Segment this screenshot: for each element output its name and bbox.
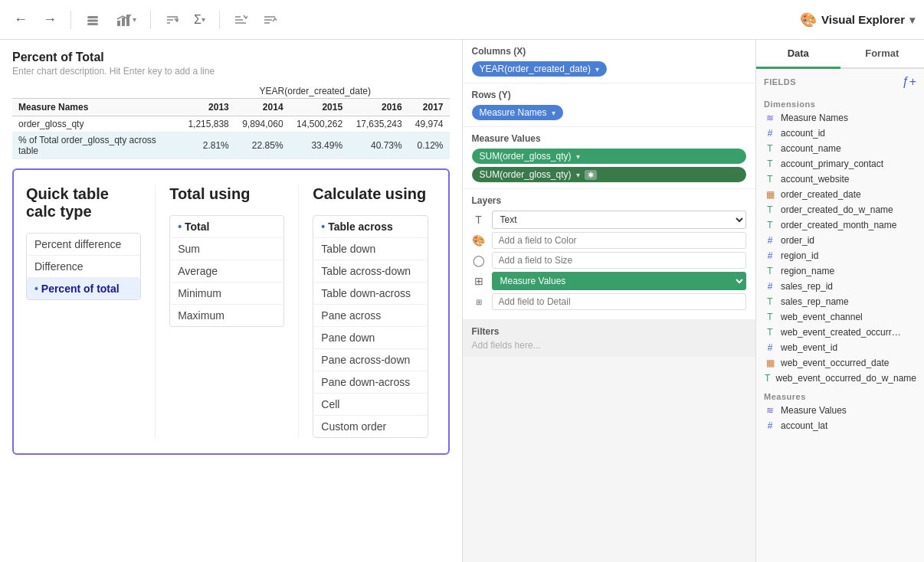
table-container: YEAR(order_created_date) Measure Names 2… — [0, 80, 462, 159]
chart-description[interactable]: Enter chart description. Hit Enter key t… — [12, 66, 450, 77]
field-region-name[interactable]: T region_name — [756, 263, 924, 279]
dropdown-arrow[interactable]: ▾ — [909, 14, 915, 26]
calc-using-table-down[interactable]: Table down — [313, 238, 427, 260]
web-event-created-icon: T — [764, 327, 776, 338]
col-2015: 2015 — [290, 99, 349, 116]
right-area: Columns (X) YEAR(order_created_date) ▾ R… — [463, 40, 925, 562]
field-account-lat[interactable]: # account_lat — [756, 418, 924, 433]
field-web-event-occurred-date[interactable]: ▦ web_event_occurred_date — [756, 355, 924, 371]
measure-values-label: Measure Values — [472, 133, 747, 144]
calc-using-table-across[interactable]: Table across — [313, 216, 427, 238]
measure-pill-2[interactable]: SUM(order_gloss_qty) ▾ ✱ — [472, 167, 747, 182]
field-account-primary-contact-label: account_primary_contact — [781, 158, 883, 169]
field-sales-rep-name-label: sales_rep_name — [781, 296, 849, 307]
rows-pill[interactable]: Measure Names ▾ — [472, 105, 563, 120]
field-order-created-month[interactable]: T order_created_month_name — [756, 217, 924, 233]
calc-using-table-across-down[interactable]: Table across-down — [313, 260, 427, 283]
row2-name: % of Total order_gloss_qty across table — [12, 132, 181, 159]
filters-placeholder[interactable]: Add fields here... — [472, 340, 747, 351]
calc-using-pane-across-down[interactable]: Pane across-down — [313, 349, 427, 371]
sort-desc-icon — [263, 13, 277, 27]
chart-type-button[interactable]: ▾ — [111, 10, 141, 30]
calc-using-cell[interactable]: Cell — [313, 394, 427, 416]
field-web-event-id-label: web_event_id — [781, 342, 837, 353]
field-order-created-dow-label: order_created_do_w_name — [781, 204, 893, 215]
sort-asc-button[interactable] — [229, 10, 252, 30]
columns-pill-text: YEAR(order_created_date) — [480, 64, 591, 74]
field-order-created-month-label: order_created_month_name — [781, 220, 896, 230]
field-sales-rep-id[interactable]: # sales_rep_id — [756, 279, 924, 294]
field-measure-names-label: Measure Names — [781, 113, 848, 123]
database-icon — [85, 12, 100, 28]
calc-option-percent-total[interactable]: Percent of total — [27, 278, 140, 299]
row1-2013: 1,215,838 — [181, 116, 235, 132]
layers-title: Layers — [472, 195, 747, 206]
text-layer-select[interactable]: Text — [492, 211, 747, 229]
sum-button[interactable]: Σ ▾ — [189, 10, 210, 30]
calc-using-pane-down[interactable]: Pane down — [313, 327, 427, 349]
calc-using-pane-across[interactable]: Pane across — [313, 305, 427, 327]
field-web-event-occurred-date-label: web_event_occurred_date — [781, 358, 889, 368]
data-source-button[interactable] — [80, 9, 105, 31]
measure-pill-1-text: SUM(order_gloss_qty) — [480, 151, 572, 162]
col-measure-names: Measure Names — [12, 99, 181, 116]
tab-data[interactable]: Data — [756, 40, 840, 69]
field-order-created-dow[interactable]: T order_created_do_w_name — [756, 202, 924, 217]
field-measure-values[interactable]: ≋ Measure Values — [756, 403, 924, 418]
calc-type-title: Quick table calc type — [26, 185, 141, 221]
rows-pill-arrow: ▾ — [552, 109, 555, 117]
field-account-primary-contact[interactable]: T account_primary_contact — [756, 156, 924, 172]
field-order-id[interactable]: # order_id — [756, 233, 924, 248]
data-table: Measure Names 2013 2014 2015 2016 2017 o… — [12, 98, 450, 159]
back-button[interactable]: ← — [9, 8, 32, 31]
sort-desc-button[interactable] — [258, 10, 281, 30]
calc-using-custom-order[interactable]: Custom order — [313, 416, 427, 437]
col-2017: 2017 — [408, 99, 450, 116]
field-account-name[interactable]: T account_name — [756, 141, 924, 156]
total-option-maximum[interactable]: Maximum — [170, 305, 283, 326]
forward-button[interactable]: → — [38, 8, 61, 31]
columns-pill[interactable]: YEAR(order_created_date) ▾ — [472, 61, 607, 77]
tab-format[interactable]: Format — [840, 40, 925, 69]
sort-asc-icon — [234, 13, 247, 27]
field-web-event-occurred-dow[interactable]: T web_event_occurred_do_w_name — [756, 371, 924, 386]
measure-names-icon: ≋ — [764, 113, 776, 123]
calc-option-percent-diff[interactable]: Percent difference — [27, 234, 140, 256]
field-measure-names[interactable]: ≋ Measure Names — [756, 110, 924, 126]
total-option-average[interactable]: Average — [170, 260, 283, 283]
color-layer-row: 🎨 — [472, 232, 747, 249]
row2-2016: 40.73% — [349, 132, 408, 159]
row2-2015: 33.49% — [290, 132, 349, 159]
measure-pill-2-arrow: ▾ — [576, 171, 580, 179]
row2-2017: 0.12% — [408, 132, 450, 159]
field-web-event-channel[interactable]: T web_event_channel — [756, 309, 924, 325]
table-header-row: Measure Names 2013 2014 2015 2016 2017 — [12, 99, 450, 116]
color-layer-icon: 🎨 — [472, 234, 486, 247]
fields-panel: Data Format FIELDS ƒ+ Dimensions ≋ Measu… — [755, 40, 924, 562]
sort-button[interactable] — [160, 10, 183, 30]
calc-using-table-down-across[interactable]: Table down-across — [313, 283, 427, 305]
col-2016: 2016 — [349, 99, 408, 116]
field-web-event-created[interactable]: T web_event_created_occurred_na... — [756, 325, 924, 340]
calc-using-pane-down-across[interactable]: Pane down-across — [313, 371, 427, 394]
total-option-minimum[interactable]: Minimum — [170, 283, 283, 305]
add-field-button[interactable]: ƒ+ — [903, 75, 916, 89]
detail-layer-select[interactable]: Measure Values — [492, 272, 747, 290]
measure-pill-1[interactable]: SUM(order_gloss_qty) ▾ — [472, 149, 747, 164]
color-field-input[interactable] — [492, 232, 747, 249]
account-primary-contact-icon: T — [764, 158, 776, 169]
field-sales-rep-name[interactable]: T sales_rep_name — [756, 294, 924, 309]
field-account-website[interactable]: T account_website — [756, 172, 924, 187]
field-account-id[interactable]: # account_id — [756, 126, 924, 141]
field-order-created-date[interactable]: ▦ order_created_date — [756, 187, 924, 202]
row2-2013: 2.81% — [181, 132, 235, 159]
field-region-id[interactable]: # region_id — [756, 248, 924, 263]
size-field-input[interactable] — [492, 252, 747, 269]
total-option-total[interactable]: Total — [170, 216, 283, 238]
field-order-id-label: order_id — [781, 235, 814, 246]
calc-option-difference[interactable]: Difference — [27, 256, 140, 278]
total-option-sum[interactable]: Sum — [170, 238, 283, 260]
detail-field-input[interactable] — [492, 293, 747, 310]
table-row-highlighted: % of Total order_gloss_qty across table … — [12, 132, 450, 159]
field-web-event-id[interactable]: # web_event_id — [756, 340, 924, 355]
